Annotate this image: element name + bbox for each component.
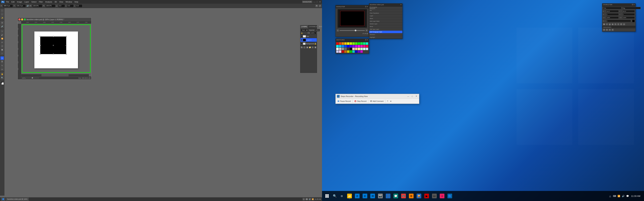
ps-tool-dodge[interactable]: ○	[0, 52, 4, 55]
ps-tool-path-select[interactable]: ↖	[0, 64, 4, 67]
ps-layer-text[interactable]: 👁 T Text	[300, 34, 317, 38]
swatch-orange[interactable]	[342, 42, 344, 45]
char-font-family[interactable]	[603, 7, 622, 9]
swatch-pink-magenta[interactable]	[360, 45, 363, 47]
char-font-style[interactable]	[622, 7, 641, 9]
systray-keyboard[interactable]: ⌨	[613, 192, 616, 200]
char-align-center[interactable]: ≡	[606, 29, 608, 31]
ps-history-item-move2[interactable]: Move	[369, 25, 402, 28]
ps-history-item-edit-para[interactable]: Edit Paragraph Style	[369, 31, 402, 33]
char-underline-btn[interactable]: U	[608, 23, 611, 25]
char-size-input[interactable]	[606, 10, 619, 12]
transform-handle-tr[interactable]	[66, 36, 67, 37]
ps-commit-transform[interactable]: ✓	[319, 4, 321, 7]
ps-menu-analysis[interactable]: Analysis	[44, 0, 53, 3]
ps-tool-history[interactable]: ↩	[0, 40, 4, 44]
ps-menu-view[interactable]: View	[58, 0, 64, 3]
navigator-zoom-in[interactable]: +	[366, 29, 368, 32]
swatch-dark-gray[interactable]	[344, 48, 347, 50]
transform-rotate-handle[interactable]	[66, 55, 68, 57]
char-bold-btn[interactable]: B	[603, 23, 605, 25]
ps-foreground-background[interactable]	[1, 82, 4, 85]
ps-tool-heal[interactable]: ⚕	[0, 29, 4, 33]
swatch-dark-purple[interactable]	[358, 50, 360, 53]
char-allcaps-btn[interactable]: TT	[620, 23, 622, 25]
ps-tool-clone[interactable]: ♊	[0, 37, 4, 40]
ps-black-layer[interactable]	[40, 36, 66, 54]
ps-layer-group[interactable]: 📁	[309, 46, 311, 49]
transform-handle-tm[interactable]	[53, 36, 54, 37]
swatch-yellow-green[interactable]	[350, 42, 352, 45]
ps-doc-zoom[interactable]	[24, 18, 26, 20]
ps-document-titlebar[interactable]: faceshine orders.psd @ 100% (Layer 4, RG…	[18, 18, 91, 21]
steps-minimize-btn[interactable]: —	[407, 95, 410, 98]
char-color-swatch[interactable]	[632, 19, 635, 22]
steps-dropdown-btn[interactable]: ▼	[389, 99, 392, 103]
taskbar-app6[interactable]: 📦	[415, 192, 422, 200]
systray-network[interactable]: 📶	[617, 192, 621, 200]
taskbar-app9[interactable]: ♫	[438, 192, 446, 200]
ps-layer-4[interactable]: 👁 Layer 4	[300, 38, 317, 42]
nav-rotate-icon[interactable]: ↺	[362, 33, 364, 34]
swatch-blue-light[interactable]	[344, 45, 347, 47]
ps-layer-bg-visibility[interactable]: 👁	[301, 43, 302, 44]
ps-menu-help[interactable]: Help	[74, 0, 79, 3]
swatch-light-gray[interactable]	[339, 48, 341, 50]
ps-w-input[interactable]	[32, 4, 42, 7]
steps-maximize-btn[interactable]: □	[411, 95, 414, 98]
char-smallcaps-btn[interactable]: TT	[623, 23, 625, 25]
ps-taskbar-doc[interactable]: faceshine orders.psd @ 100%	[6, 198, 29, 201]
ps-menu-select[interactable]: Select	[30, 0, 38, 3]
ps-history-item-mask[interactable]: Add Layer Mask	[369, 20, 402, 23]
ps-actions-close[interactable]: ✕	[400, 4, 402, 6]
swatch-pastel-green[interactable]	[360, 48, 363, 50]
taskbar-search-btn[interactable]: 🔍	[332, 192, 338, 200]
ps-history-item-marquee[interactable]: Rectangular Marquee...	[369, 6, 402, 9]
swatch-sky-blue[interactable]	[339, 45, 341, 47]
nav-flip-icon[interactable]: ⇌	[364, 33, 366, 34]
taskbar-app1[interactable]: 📷	[377, 192, 384, 200]
swatch-dark-yellow[interactable]	[347, 50, 349, 53]
swatch-dark-orange[interactable]	[344, 50, 347, 53]
navigator-zoom-thumb[interactable]	[355, 30, 356, 31]
ps-history-item-transform[interactable]: Free Transform	[369, 12, 402, 14]
ps-tool-lasso[interactable]: ◌	[0, 12, 4, 16]
char-subscript-btn[interactable]: T-	[617, 23, 620, 25]
transform-handle-mr[interactable]	[66, 45, 67, 46]
char-leading-input[interactable]	[622, 10, 635, 12]
ps-x-input[interactable]	[3, 4, 13, 7]
ps-opacity-value[interactable]: 100%	[315, 29, 320, 31]
ps-horizontal-scrollbar[interactable]	[21, 74, 89, 76]
swatch-red-pink[interactable]	[366, 45, 368, 47]
steps-pause-btn[interactable]: Pause Record	[336, 99, 351, 103]
ps-taskbar-start[interactable]: ⊞	[1, 198, 5, 201]
char-panel-close[interactable]: ✕	[634, 4, 635, 6]
swatch-dark-blue[interactable]	[355, 50, 358, 53]
swatch-pastel-lavender[interactable]	[336, 50, 338, 53]
ps-layer-fx[interactable]: fx	[300, 46, 303, 49]
swatch-pastel-yellow[interactable]	[358, 48, 360, 50]
swatch-violet-blue[interactable]	[350, 45, 352, 47]
ps-history-item-edit-type[interactable]: Edit Type Layer	[369, 28, 402, 31]
transform-handle-br[interactable]	[66, 54, 67, 55]
ps-doc-minimize[interactable]	[21, 18, 23, 20]
taskbar-app3[interactable]: 💬	[392, 192, 400, 200]
ps-layer-4-visibility[interactable]: 👁	[301, 39, 302, 41]
swatch-red[interactable]	[336, 42, 338, 45]
steps-help-btn[interactable]: ?	[386, 99, 389, 103]
ps-link-icon[interactable]: 🔗	[26, 5, 29, 7]
swatch-azure[interactable]	[342, 45, 344, 47]
ps-hscroll-thumb[interactable]	[42, 74, 68, 76]
ps-zoom-slider[interactable]	[26, 78, 39, 78]
ps-y-input[interactable]	[16, 4, 26, 7]
char-panel-menu[interactable]: ☰	[632, 4, 633, 6]
swatch-yellow[interactable]	[347, 42, 349, 45]
ps-doc-close[interactable]	[18, 18, 20, 20]
ps-tool-marquee[interactable]: ⬚	[0, 9, 4, 12]
swatch-green-light[interactable]	[355, 42, 358, 45]
taskbar-app10[interactable]: 🔵	[446, 192, 454, 200]
ps-menu-filter[interactable]: Filter	[38, 0, 44, 3]
ps-tool-zoom[interactable]: 🔍	[0, 76, 4, 79]
ps-tool-brush[interactable]: 🖌	[0, 33, 4, 36]
start-button[interactable]	[323, 192, 331, 200]
